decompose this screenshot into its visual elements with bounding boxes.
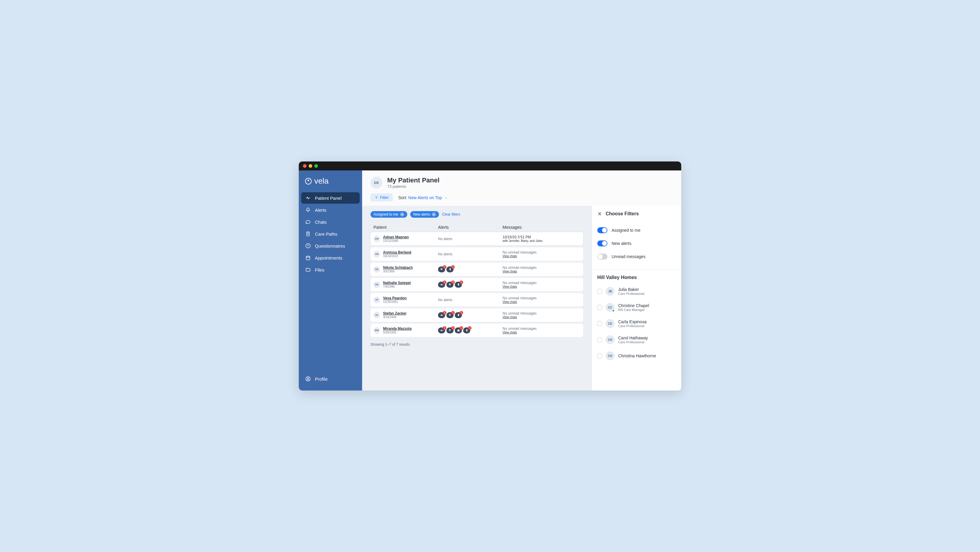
sort-control: Sort: New Alerts on Top bbox=[398, 195, 448, 200]
patient-name[interactable]: Nathalie Spiegel bbox=[383, 281, 411, 285]
person-row[interactable]: CECarla EspinosaCare Professional bbox=[592, 316, 681, 332]
patient-avatar: NS bbox=[374, 266, 380, 273]
toggle-switch[interactable] bbox=[597, 254, 608, 260]
patient-avatar: VP bbox=[374, 297, 380, 303]
person-row[interactable]: CHChristina Hawthorne bbox=[592, 348, 681, 364]
checkbox[interactable] bbox=[597, 305, 602, 310]
close-window-icon[interactable] bbox=[303, 164, 307, 168]
view-chats-link[interactable]: View chats bbox=[503, 254, 580, 258]
checkbox[interactable] bbox=[597, 289, 602, 294]
close-icon[interactable] bbox=[597, 211, 602, 216]
patient-row[interactable]: MMMiranda Mazzola5/30/19351℞211No unread… bbox=[371, 324, 583, 337]
nav-questionnaires[interactable]: Questionnaires bbox=[301, 240, 360, 252]
person-role: RN Care Manager bbox=[618, 308, 649, 311]
patient-avatar: NS bbox=[374, 281, 380, 288]
messages-cell: No unread messagesView chats bbox=[503, 327, 580, 334]
alerts-cell: No alerts bbox=[438, 298, 503, 302]
view-chats-link[interactable]: View chats bbox=[503, 285, 580, 288]
patient-row[interactable]: ABAnnissa Berland10/24/1923No alertsNo u… bbox=[371, 247, 583, 261]
alert-icon[interactable]: 1 bbox=[438, 327, 445, 333]
app-window: vela Patient PanelAlertsChatsCare PathsQ… bbox=[299, 161, 681, 391]
nav-patient-panel[interactable]: Patient Panel bbox=[301, 192, 360, 204]
patient-name[interactable]: Annissa Berland bbox=[383, 250, 411, 254]
svg-rect-29 bbox=[441, 330, 442, 331]
checkbox[interactable] bbox=[597, 353, 602, 358]
patient-dob: 12/25/1951 bbox=[383, 300, 407, 303]
person-row[interactable]: JBJulia BakerCare Professional bbox=[592, 283, 681, 299]
heart-badge-icon bbox=[305, 178, 312, 185]
patient-dob: 3/14/1944 bbox=[383, 316, 407, 319]
clear-filters-link[interactable]: Clear filters bbox=[442, 212, 460, 217]
results-count: Showing 1–7 of 7 results bbox=[371, 342, 583, 346]
checkbox[interactable] bbox=[597, 321, 602, 326]
patient-avatar: AM bbox=[374, 236, 380, 242]
user-avatar: EB bbox=[371, 177, 382, 189]
patient-row[interactable]: NSNikola Schlabach3/3/1956℞11No unread m… bbox=[371, 263, 583, 276]
alert-icon[interactable]: 1 bbox=[438, 312, 445, 318]
nav-profile[interactable]: Profile bbox=[301, 373, 360, 384]
chip-remove-icon[interactable]: ✕ bbox=[432, 212, 436, 217]
table-header: Patient Alerts Messages bbox=[371, 222, 583, 232]
sort-dropdown[interactable]: New Alerts on Top bbox=[408, 195, 447, 200]
alert-icon[interactable]: 1 bbox=[438, 282, 445, 288]
alert-icon[interactable]: ℞1 bbox=[438, 266, 445, 273]
view-chats-link[interactable]: View chats bbox=[503, 300, 580, 303]
svg-rect-32 bbox=[466, 329, 467, 331]
patient-dob: 5/30/1935 bbox=[383, 331, 411, 334]
patient-row[interactable]: VPVeva Peardon12/25/1951No alertsNo unre… bbox=[371, 293, 583, 306]
filter-toggle-row: Unread messages bbox=[597, 250, 676, 263]
patient-dob: 12/12/1948 bbox=[383, 239, 409, 242]
messages-cell: No unread messagesView chats bbox=[503, 281, 580, 288]
alert-icon[interactable]: ℞1 bbox=[446, 312, 453, 318]
patient-name[interactable]: Miranda Mazzola bbox=[383, 327, 411, 331]
svg-rect-23 bbox=[441, 315, 441, 316]
filter-panel: Choose Filters Assigned to meNew alertsU… bbox=[592, 206, 681, 391]
view-chats-link[interactable]: View chats bbox=[503, 331, 580, 334]
patient-name[interactable]: Nikola Schlabach bbox=[383, 266, 413, 270]
person-row[interactable]: CCChristine ChapelRN Care Manager bbox=[592, 299, 681, 316]
alert-icon[interactable]: ℞3 bbox=[446, 282, 453, 288]
alert-icon[interactable]: 1 bbox=[455, 327, 462, 333]
view-chats-link[interactable]: with Jennifer, Marty, and Jules bbox=[503, 239, 580, 242]
person-avatar: CH bbox=[606, 335, 614, 344]
alert-icon[interactable]: 1 bbox=[446, 266, 453, 273]
patient-name[interactable]: Veva Peardon bbox=[383, 296, 407, 300]
minimize-window-icon[interactable] bbox=[309, 164, 312, 168]
patient-dob: 7/4/1948 bbox=[383, 285, 411, 288]
toggle-switch[interactable] bbox=[597, 241, 608, 246]
patient-name[interactable]: Stefan Zacker bbox=[383, 311, 407, 316]
alerts-cell: No alerts bbox=[438, 252, 503, 256]
nav-files[interactable]: Files bbox=[301, 264, 360, 275]
patient-name[interactable]: Adnan Magnan bbox=[383, 235, 409, 239]
patient-row[interactable]: AMAdnan Magnan12/12/1948No alerts10/15/2… bbox=[371, 232, 583, 246]
person-avatar: JB bbox=[606, 287, 614, 296]
maximize-window-icon[interactable] bbox=[314, 164, 318, 168]
patient-row[interactable]: SZStefan Zacker3/14/19441℞11No unread me… bbox=[371, 308, 583, 322]
alerts-cell: No alerts bbox=[438, 237, 503, 241]
messages-cell: No unread messagesView chats bbox=[503, 311, 580, 319]
view-chats-link[interactable]: View chats bbox=[503, 316, 580, 319]
toggle-switch[interactable] bbox=[597, 227, 608, 233]
alert-icon[interactable]: 1 bbox=[455, 282, 462, 288]
view-chats-link[interactable]: View chats bbox=[503, 270, 580, 273]
nav-icon bbox=[305, 195, 311, 201]
nav-appointments[interactable]: Appointments bbox=[301, 252, 360, 263]
messages-cell: No unread messagesView chats bbox=[503, 296, 580, 303]
group-title: Hill Valley Homes bbox=[592, 270, 681, 283]
person-row[interactable]: CHCarol HathawayCare Professional bbox=[592, 332, 681, 348]
nav-alerts[interactable]: Alerts bbox=[301, 204, 360, 215]
col-messages: Messages bbox=[503, 225, 580, 230]
person-role: Care Professional bbox=[618, 292, 644, 295]
alert-icon[interactable]: 1 bbox=[455, 312, 462, 318]
checkbox[interactable] bbox=[597, 337, 602, 342]
alert-icon[interactable]: ℞2 bbox=[446, 327, 453, 333]
person-role: Care Professional bbox=[618, 340, 648, 344]
messages-cell: No unread messagesView chats bbox=[503, 266, 580, 273]
nav-care-paths[interactable]: Care Paths bbox=[301, 228, 360, 239]
nav-icon bbox=[305, 231, 311, 236]
patient-row[interactable]: NSNathalie Spiegel7/4/19481℞31No unread … bbox=[371, 278, 583, 291]
filter-button[interactable]: Filter bbox=[371, 193, 393, 201]
alert-icon[interactable]: 1 bbox=[463, 327, 470, 333]
chip-remove-icon[interactable]: ✕ bbox=[400, 212, 404, 217]
nav-chats[interactable]: Chats bbox=[301, 216, 360, 228]
